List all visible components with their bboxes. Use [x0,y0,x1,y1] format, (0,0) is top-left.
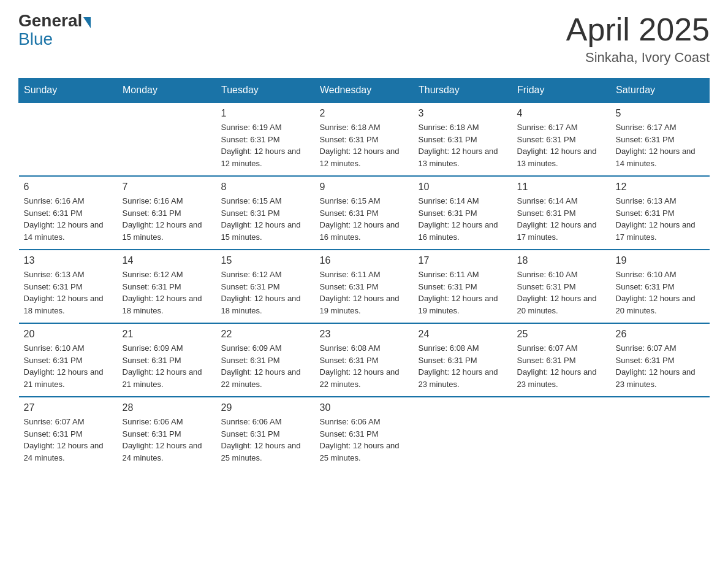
day-info-21: Sunrise: 6:09 AMSunset: 6:31 PMDaylight:… [123,342,211,390]
day-cell-27: 27Sunrise: 6:07 AMSunset: 6:31 PMDayligh… [19,397,118,470]
weekday-header-saturday: Saturday [611,79,710,103]
day-number-22: 22 [221,329,310,340]
day-cell-4: 4Sunrise: 6:17 AMSunset: 6:31 PMDaylight… [512,102,611,176]
day-cell-11: 11Sunrise: 6:14 AMSunset: 6:31 PMDayligh… [512,176,611,250]
day-number-4: 4 [517,108,606,119]
day-cell-30: 30Sunrise: 6:06 AMSunset: 6:31 PMDayligh… [315,397,414,470]
logo-blue-text: Blue [18,29,53,49]
week-row-3: 13Sunrise: 6:13 AMSunset: 6:31 PMDayligh… [19,250,710,323]
day-number-6: 6 [24,182,113,193]
day-number-23: 23 [320,329,409,340]
day-info-30: Sunrise: 6:06 AMSunset: 6:31 PMDaylight:… [320,416,409,464]
day-info-3: Sunrise: 6:18 AMSunset: 6:31 PMDaylight:… [419,121,507,169]
day-info-18: Sunrise: 6:10 AMSunset: 6:31 PMDaylight:… [517,269,606,316]
day-number-9: 9 [320,182,409,193]
week-row-1: 1Sunrise: 6:19 AMSunset: 6:31 PMDaylight… [19,102,710,176]
weekday-header-tuesday: Tuesday [216,79,315,103]
location-title: Sinkaha, Ivory Coast [566,50,710,66]
day-cell-22: 22Sunrise: 6:09 AMSunset: 6:31 PMDayligh… [216,323,315,397]
day-info-15: Sunrise: 6:12 AMSunset: 6:31 PMDaylight:… [221,269,310,316]
day-number-2: 2 [320,108,409,119]
day-info-17: Sunrise: 6:11 AMSunset: 6:31 PMDaylight:… [419,269,507,316]
day-cell-19: 19Sunrise: 6:10 AMSunset: 6:31 PMDayligh… [611,250,710,323]
day-cell-17: 17Sunrise: 6:11 AMSunset: 6:31 PMDayligh… [414,250,512,323]
day-number-16: 16 [320,255,409,266]
day-number-27: 27 [24,402,113,413]
weekday-header-friday: Friday [512,79,611,103]
day-cell-3: 3Sunrise: 6:18 AMSunset: 6:31 PMDaylight… [414,102,512,176]
day-number-25: 25 [517,329,606,340]
day-number-5: 5 [616,108,705,119]
day-info-26: Sunrise: 6:07 AMSunset: 6:31 PMDaylight:… [616,342,705,390]
day-number-21: 21 [123,329,211,340]
day-cell-1: 1Sunrise: 6:19 AMSunset: 6:31 PMDaylight… [216,102,315,176]
day-cell-12: 12Sunrise: 6:13 AMSunset: 6:31 PMDayligh… [611,176,710,250]
week-row-5: 27Sunrise: 6:07 AMSunset: 6:31 PMDayligh… [19,397,710,470]
day-cell-18: 18Sunrise: 6:10 AMSunset: 6:31 PMDayligh… [512,250,611,323]
week-row-2: 6Sunrise: 6:16 AMSunset: 6:31 PMDaylight… [19,176,710,250]
day-cell-14: 14Sunrise: 6:12 AMSunset: 6:31 PMDayligh… [118,250,216,323]
weekday-header-wednesday: Wednesday [315,79,414,103]
day-number-15: 15 [221,255,310,266]
day-number-7: 7 [123,182,211,193]
day-number-20: 20 [24,329,113,340]
header: General Blue April 2025 Sinkaha, Ivory C… [18,12,710,66]
day-info-22: Sunrise: 6:09 AMSunset: 6:31 PMDaylight:… [221,342,310,390]
day-info-8: Sunrise: 6:15 AMSunset: 6:31 PMDaylight:… [221,195,310,243]
day-number-29: 29 [221,402,310,413]
day-cell-15: 15Sunrise: 6:12 AMSunset: 6:31 PMDayligh… [216,250,315,323]
day-number-1: 1 [221,108,310,119]
day-number-8: 8 [221,182,310,193]
day-info-27: Sunrise: 6:07 AMSunset: 6:31 PMDaylight:… [24,416,113,464]
day-info-14: Sunrise: 6:12 AMSunset: 6:31 PMDaylight:… [123,269,211,316]
day-info-25: Sunrise: 6:07 AMSunset: 6:31 PMDaylight:… [517,342,606,390]
day-number-24: 24 [419,329,507,340]
day-info-9: Sunrise: 6:15 AMSunset: 6:31 PMDaylight:… [320,195,409,243]
day-cell-21: 21Sunrise: 6:09 AMSunset: 6:31 PMDayligh… [118,323,216,397]
day-cell-20: 20Sunrise: 6:10 AMSunset: 6:31 PMDayligh… [19,323,118,397]
day-number-28: 28 [123,402,211,413]
day-cell-16: 16Sunrise: 6:11 AMSunset: 6:31 PMDayligh… [315,250,414,323]
day-cell-24: 24Sunrise: 6:08 AMSunset: 6:31 PMDayligh… [414,323,512,397]
day-number-19: 19 [616,255,705,266]
day-info-19: Sunrise: 6:10 AMSunset: 6:31 PMDaylight:… [616,269,705,316]
logo: General Blue [18,12,92,49]
day-info-10: Sunrise: 6:14 AMSunset: 6:31 PMDaylight:… [419,195,507,243]
week-row-4: 20Sunrise: 6:10 AMSunset: 6:31 PMDayligh… [19,323,710,397]
day-number-18: 18 [517,255,606,266]
empty-cell [512,397,611,470]
day-number-30: 30 [320,402,409,413]
day-number-12: 12 [616,182,705,193]
weekday-header-monday: Monday [118,79,216,103]
empty-cell [19,102,118,176]
day-cell-26: 26Sunrise: 6:07 AMSunset: 6:31 PMDayligh… [611,323,710,397]
day-cell-23: 23Sunrise: 6:08 AMSunset: 6:31 PMDayligh… [315,323,414,397]
day-info-23: Sunrise: 6:08 AMSunset: 6:31 PMDaylight:… [320,342,409,390]
day-cell-7: 7Sunrise: 6:16 AMSunset: 6:31 PMDaylight… [118,176,216,250]
weekday-header-thursday: Thursday [414,79,512,103]
day-info-5: Sunrise: 6:17 AMSunset: 6:31 PMDaylight:… [616,121,705,169]
day-info-4: Sunrise: 6:17 AMSunset: 6:31 PMDaylight:… [517,121,606,169]
day-number-13: 13 [24,255,113,266]
day-number-10: 10 [419,182,507,193]
day-number-26: 26 [616,329,705,340]
calendar-table: SundayMondayTuesdayWednesdayThursdayFrid… [18,78,710,470]
weekday-header-sunday: Sunday [19,79,118,103]
day-cell-2: 2Sunrise: 6:18 AMSunset: 6:31 PMDaylight… [315,102,414,176]
day-info-24: Sunrise: 6:08 AMSunset: 6:31 PMDaylight:… [419,342,507,390]
day-cell-5: 5Sunrise: 6:17 AMSunset: 6:31 PMDaylight… [611,102,710,176]
day-info-13: Sunrise: 6:13 AMSunset: 6:31 PMDaylight:… [24,269,113,316]
day-info-29: Sunrise: 6:06 AMSunset: 6:31 PMDaylight:… [221,416,310,464]
day-info-20: Sunrise: 6:10 AMSunset: 6:31 PMDaylight:… [24,342,113,390]
weekday-header-row: SundayMondayTuesdayWednesdayThursdayFrid… [19,79,710,103]
day-number-3: 3 [419,108,507,119]
month-title: April 2025 [566,12,710,47]
day-info-6: Sunrise: 6:16 AMSunset: 6:31 PMDaylight:… [24,195,113,243]
empty-cell [414,397,512,470]
day-cell-8: 8Sunrise: 6:15 AMSunset: 6:31 PMDaylight… [216,176,315,250]
day-cell-28: 28Sunrise: 6:06 AMSunset: 6:31 PMDayligh… [118,397,216,470]
day-info-2: Sunrise: 6:18 AMSunset: 6:31 PMDaylight:… [320,121,409,169]
empty-cell [118,102,216,176]
day-cell-9: 9Sunrise: 6:15 AMSunset: 6:31 PMDaylight… [315,176,414,250]
day-number-17: 17 [419,255,507,266]
